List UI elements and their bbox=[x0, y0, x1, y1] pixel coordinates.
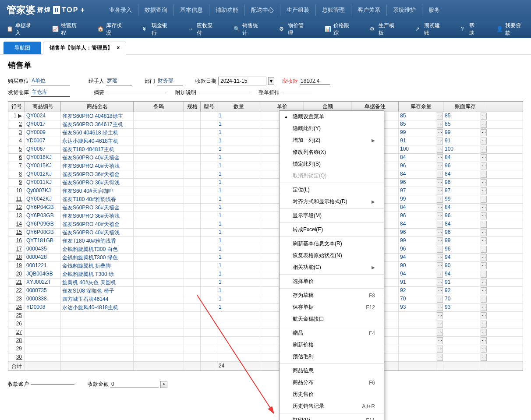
cell-name[interactable]: 金钱豹旋翼机T300 绿色 bbox=[61, 254, 134, 261]
cell-code[interactable]: QY0017 bbox=[25, 120, 61, 128]
stock2-picker-icon[interactable]: ⋯ bbox=[481, 138, 487, 145]
cell-barcode[interactable] bbox=[134, 328, 184, 336]
cell-qty[interactable]: 1 bbox=[217, 220, 260, 228]
receivable-field[interactable]: 18102.4 bbox=[300, 78, 330, 85]
cell-code[interactable]: QY6P03GB bbox=[25, 212, 61, 220]
cell-name[interactable]: 雀友S60 40#天启咖啡 bbox=[61, 187, 134, 195]
cell-model[interactable] bbox=[201, 220, 217, 228]
table-row[interactable]: 10Qy0007KJ雀友S60 40#天启咖啡197⋯97⋯ bbox=[8, 187, 523, 195]
col-name[interactable]: 商品全名 bbox=[61, 102, 134, 112]
cell-spec[interactable] bbox=[184, 137, 201, 145]
stock1-picker-icon[interactable]: ⋯ bbox=[437, 179, 443, 186]
table-row[interactable]: 180000428金钱豹旋翼机T300 绿色194⋯94⋯ bbox=[8, 254, 523, 262]
cell-qty[interactable]: 1 bbox=[217, 237, 260, 245]
cell-name[interactable]: 雀友S60PRO 36#天禧浅 bbox=[61, 212, 134, 220]
stock2-picker-icon[interactable]: ⋯ bbox=[481, 121, 487, 128]
cell-barcode[interactable] bbox=[134, 237, 184, 245]
stock2-picker-icon[interactable]: ⋯ bbox=[481, 312, 487, 319]
table-row[interactable]: 15QY6P08GB雀友S60PRO 40#天禧浅196⋯96⋯ bbox=[8, 229, 523, 237]
cell-barcode[interactable] bbox=[134, 287, 184, 295]
menu-数据查询[interactable]: 数据查询 bbox=[138, 4, 174, 16]
account-field[interactable] bbox=[31, 384, 74, 385]
menu-配送中心[interactable]: 配送中心 bbox=[245, 4, 280, 16]
cell-barcode[interactable] bbox=[134, 353, 184, 361]
tool-单据录入[interactable]: 📋单据录入 bbox=[7, 22, 35, 37]
tool-应收应付[interactable]: ↔应收应付 bbox=[188, 22, 216, 37]
cell-spec[interactable] bbox=[184, 212, 201, 220]
cell-spec[interactable] bbox=[184, 120, 201, 128]
stock2-picker-icon[interactable]: ⋯ bbox=[481, 279, 487, 286]
cell-barcode[interactable] bbox=[134, 262, 184, 270]
table-row[interactable]: 4YD0007永达小旋风40-4618主机191⋯91⋯ bbox=[8, 137, 523, 145]
table-row[interactable]: 7QY0015KJ雀友S60PRO 40#天禧浅196⋯96⋯ bbox=[8, 162, 523, 170]
cell-name[interactable]: 雀友T180 40#雅韵浅香 bbox=[61, 195, 134, 203]
cell-model[interactable] bbox=[201, 287, 217, 295]
tool-帮助[interactable]: ?帮助 bbox=[461, 22, 479, 37]
col-stock2[interactable]: 账面库存 bbox=[443, 102, 487, 112]
stock1-picker-icon[interactable]: ⋯ bbox=[437, 204, 443, 211]
cell-model[interactable] bbox=[201, 170, 217, 178]
menu-基本信息[interactable]: 基本信息 bbox=[174, 4, 209, 16]
col-code[interactable]: 商品编号 bbox=[25, 102, 61, 112]
tool-价格跟踪[interactable]: 📊价格跟踪 bbox=[325, 22, 353, 37]
cell-name[interactable] bbox=[61, 312, 134, 320]
table-row[interactable]: 3QY0009雀友S60 404618 绿主机199⋯99⋯ bbox=[8, 129, 523, 137]
cell-spec[interactable] bbox=[184, 320, 201, 328]
cell-code[interactable]: YD0008 bbox=[25, 304, 61, 311]
ctx-商品信息[interactable]: 商品信息 bbox=[280, 365, 384, 377]
stock2-picker-icon[interactable]: ⋯ bbox=[481, 229, 487, 236]
cell-code[interactable]: QY6P09GB bbox=[25, 220, 61, 228]
stock2-picker-icon[interactable]: ⋯ bbox=[481, 262, 487, 269]
cell-code[interactable]: QY0016KJ bbox=[25, 154, 61, 162]
table-row[interactable]: 25⋯⋯ bbox=[8, 312, 523, 320]
cell-qty[interactable]: 1 bbox=[217, 170, 260, 178]
ctx-商品分布[interactable]: 商品分布F6 bbox=[280, 377, 384, 388]
table-row[interactable]: 11QY0042KJ雀友T180 40#雅韵浅香199⋯99⋯ bbox=[8, 195, 523, 204]
table-row[interactable]: 12QY6P04GB雀友S60PRO 36#天禧金184⋯84⋯ bbox=[8, 204, 523, 212]
cell-code[interactable]: QY0009 bbox=[25, 129, 61, 137]
stock2-picker-icon[interactable]: ⋯ bbox=[481, 146, 487, 153]
stock1-picker-icon[interactable]: ⋯ bbox=[437, 346, 443, 353]
cell-name[interactable]: 雀友S60PRO 36#天禧金 bbox=[61, 204, 134, 212]
menu-业务录入[interactable]: 业务录入 bbox=[103, 4, 138, 16]
cell-code[interactable]: QY0067 bbox=[25, 145, 61, 153]
stock1-picker-icon[interactable]: ⋯ bbox=[437, 287, 443, 294]
stock1-picker-icon[interactable]: ⋯ bbox=[437, 221, 443, 228]
ctx-保存单据[interactable]: 保存单据F12 bbox=[280, 301, 384, 313]
cell-model[interactable] bbox=[201, 312, 217, 320]
stock2-picker-icon[interactable]: ⋯ bbox=[481, 254, 487, 261]
cell-barcode[interactable] bbox=[134, 170, 184, 178]
cell-spec[interactable] bbox=[184, 279, 201, 286]
cell-name[interactable]: 雀友S60PRO 364617主机 bbox=[61, 120, 134, 128]
cell-barcode[interactable] bbox=[134, 112, 184, 120]
cell-qty[interactable]: 1 bbox=[217, 295, 260, 303]
cell-name[interactable]: 永达小旋风40-4818主机 bbox=[61, 304, 134, 311]
table-row[interactable]: 220000735雀友S108 深咖色 椅子192⋯92⋯ bbox=[8, 287, 523, 295]
summary-field[interactable] bbox=[106, 92, 167, 93]
cell-model[interactable] bbox=[201, 229, 217, 236]
cell-name[interactable]: 雀友T180 40#雅韵浅香 bbox=[61, 237, 134, 245]
tool-经营历程[interactable]: 📈经营历程 bbox=[52, 22, 80, 37]
dept-field[interactable]: 财务部 bbox=[157, 77, 183, 85]
cell-barcode[interactable] bbox=[134, 254, 184, 261]
table-row[interactable]: 1 ▶QY0024雀友S60PRO 404818绿主1400085⋯85⋯ bbox=[8, 112, 523, 120]
discount-field[interactable] bbox=[281, 92, 312, 93]
cell-name[interactable] bbox=[61, 345, 134, 353]
amount-field[interactable]: 0 bbox=[110, 381, 159, 388]
cell-name[interactable] bbox=[61, 328, 134, 336]
cell-code[interactable]: QY0015KJ bbox=[25, 162, 61, 170]
cell-barcode[interactable] bbox=[134, 195, 184, 203]
cell-spec[interactable] bbox=[184, 337, 201, 345]
table-row[interactable]: 27⋯⋯ bbox=[8, 328, 523, 337]
cell-qty[interactable]: 1 bbox=[217, 287, 260, 295]
additional-field[interactable] bbox=[198, 92, 251, 93]
tool-生产模板[interactable]: ⚙生产模板 bbox=[370, 22, 398, 37]
stock1-picker-icon[interactable]: ⋯ bbox=[437, 171, 443, 178]
col-model[interactable]: 型号 bbox=[201, 102, 217, 112]
stock2-picker-icon[interactable]: ⋯ bbox=[481, 187, 487, 194]
table-row[interactable]: 28⋯⋯ bbox=[8, 337, 523, 345]
ctx-修改列名称(X)[interactable]: 修改列名称(X) bbox=[280, 146, 384, 158]
cell-barcode[interactable] bbox=[134, 187, 184, 195]
tab-navigation[interactable]: 导航图 bbox=[4, 42, 41, 54]
cell-model[interactable] bbox=[201, 254, 217, 261]
